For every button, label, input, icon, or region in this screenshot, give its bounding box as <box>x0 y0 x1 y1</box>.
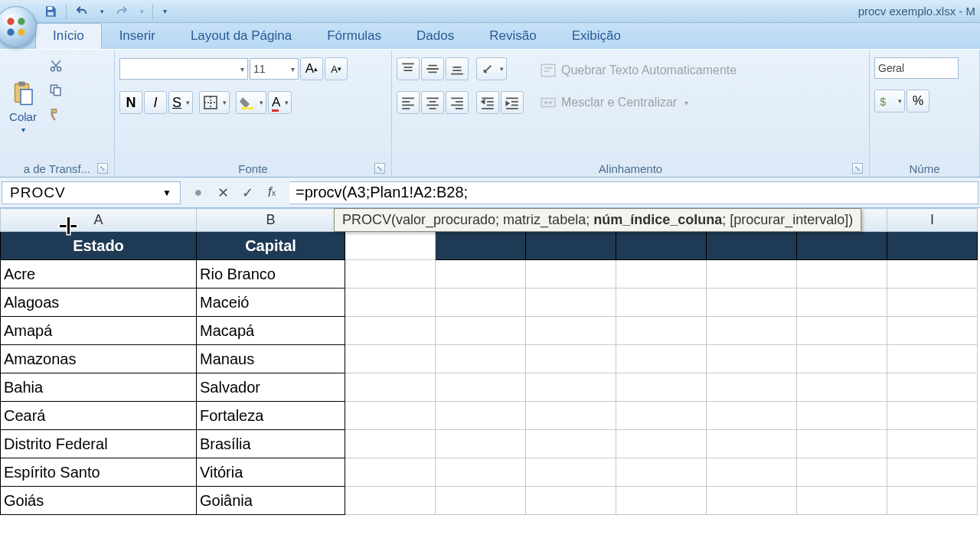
enter-icon[interactable]: ✓ <box>237 183 257 203</box>
tab-exibicao[interactable]: Exibição <box>554 23 639 49</box>
name-box[interactable]: PROCV ▼ <box>2 181 181 204</box>
decrease-indent-button[interactable] <box>476 91 499 114</box>
tab-dados[interactable]: Dados <box>399 23 472 49</box>
orientation-button[interactable] <box>476 57 507 80</box>
paste-button[interactable]: Colar ▾ <box>5 53 41 161</box>
ribbon: Colar ▾ a de Transf...⤡ ▾ 11▾ A▴ A▾ N I … <box>0 49 980 178</box>
col-header-i[interactable]: I <box>887 209 978 232</box>
svg-rect-8 <box>21 90 32 105</box>
increase-indent-button[interactable] <box>501 91 524 114</box>
formula-text: =procv(A3;Plan1!A2:B28; <box>296 184 468 201</box>
group-font: ▾ 11▾ A▴ A▾ N I S A Fonte⤡ <box>115 50 392 177</box>
undo-icon[interactable] <box>73 3 91 20</box>
align-left-button[interactable] <box>397 91 420 114</box>
table-row[interactable]: AmazonasManaus <box>1 345 978 373</box>
launcher-icon[interactable]: ⤡ <box>852 163 863 174</box>
group-number: Geral $ % Núme <box>870 50 980 177</box>
wrap-text-label: Quebrar Texto Automaticamente <box>561 64 737 77</box>
svg-rect-14 <box>241 107 253 109</box>
worksheet-grid[interactable]: A B C D E F G H I Estado Capital AcreRio… <box>0 208 980 551</box>
col-header-b[interactable]: B <box>197 209 345 232</box>
tab-inserir[interactable]: Inserir <box>102 23 173 49</box>
group-alignment-label: Alinhamento⤡ <box>397 161 864 175</box>
tab-formulas[interactable]: Fórmulas <box>309 23 399 49</box>
qat-customize-icon[interactable]: ▾ <box>159 3 170 20</box>
table-row[interactable]: AcreRio Branco <box>1 260 978 289</box>
fx-icon[interactable]: fx <box>262 183 282 203</box>
header-estado[interactable]: Estado <box>1 232 197 260</box>
svg-rect-12 <box>54 88 60 96</box>
font-size-combo[interactable]: 11▾ <box>250 58 299 80</box>
separator <box>152 4 153 19</box>
italic-button[interactable]: I <box>144 91 167 114</box>
group-clipboard-label: a de Transf...⤡ <box>5 161 109 175</box>
table-row[interactable]: Espírito SantoVitória <box>1 458 978 487</box>
undo-dropdown-icon[interactable]: ▾ <box>97 3 106 20</box>
align-top-button[interactable] <box>397 57 420 80</box>
paste-icon <box>9 80 37 108</box>
font-name-combo[interactable]: ▾ <box>119 58 248 80</box>
cancel-icon[interactable]: ✕ <box>213 183 233 203</box>
function-tooltip[interactable]: PROCV(valor_procurado; matriz_tabela; nú… <box>334 208 861 232</box>
number-format-combo[interactable]: Geral <box>874 57 959 79</box>
paste-label: Colar <box>9 110 37 123</box>
cell-cursor-icon <box>60 217 77 234</box>
launcher-icon[interactable]: ⤡ <box>97 163 108 174</box>
format-painter-icon[interactable] <box>46 105 66 125</box>
shrink-font-button[interactable]: A▾ <box>325 57 348 80</box>
tab-revisao[interactable]: Revisão <box>472 23 554 49</box>
formula-input[interactable]: =procv(A3;Plan1!A2:B28; <box>289 181 978 204</box>
cut-icon[interactable] <box>46 56 66 76</box>
wrap-text-button[interactable]: Quebrar Texto Automaticamente <box>531 59 745 82</box>
align-right-button[interactable] <box>446 91 469 114</box>
window-title: procv exemplo.xlsx - M <box>858 5 975 18</box>
ribbon-tabs: Início Inserir Layout da Página Fórmulas… <box>0 23 980 49</box>
align-middle-button[interactable] <box>421 57 444 80</box>
copy-icon[interactable] <box>46 80 66 100</box>
table-row[interactable]: BahiaSalvador <box>1 373 978 402</box>
grow-font-button[interactable]: A▴ <box>300 57 323 80</box>
table-row[interactable]: Distrito FederalBrasília <box>1 430 978 458</box>
merge-center-button[interactable]: Mesclar e Centralizar ▾ <box>531 91 745 114</box>
sheet-table: A B C D E F G H I Estado Capital AcreRio… <box>0 208 978 515</box>
fill-color-button[interactable] <box>236 91 266 114</box>
tab-layout[interactable]: Layout da Página <box>173 23 309 49</box>
align-center-button[interactable] <box>421 91 444 114</box>
launcher-icon[interactable]: ⤡ <box>374 163 385 174</box>
table-row[interactable]: AlagoasMaceió <box>1 289 978 317</box>
cancel-formula-icon[interactable]: ● <box>188 183 208 203</box>
svg-point-2 <box>7 18 14 24</box>
col-header-a[interactable]: A <box>1 209 197 232</box>
tab-inicio[interactable]: Início <box>35 23 102 49</box>
borders-button[interactable] <box>199 91 230 114</box>
table-row[interactable]: AmapáMacapá <box>1 317 978 345</box>
redo-dropdown-icon[interactable]: ▾ <box>137 3 146 20</box>
table-row[interactable]: CearáFortaleza <box>1 402 978 430</box>
redo-icon[interactable] <box>113 3 131 20</box>
office-button[interactable] <box>0 6 37 47</box>
svg-rect-7 <box>18 81 25 86</box>
underline-button[interactable]: S <box>168 91 193 114</box>
table-row[interactable]: GoiásGoiânia <box>1 487 978 515</box>
svg-rect-15 <box>541 64 555 76</box>
chevron-down-icon[interactable]: ▼ <box>162 187 172 198</box>
separator <box>66 4 67 19</box>
align-bottom-button[interactable] <box>446 57 469 80</box>
svg-rect-1 <box>47 11 54 15</box>
save-icon[interactable] <box>41 3 60 20</box>
svg-point-5 <box>18 28 24 35</box>
merge-center-label: Mesclar e Centralizar <box>561 96 677 109</box>
percent-button[interactable]: % <box>906 90 929 112</box>
group-clipboard: Colar ▾ a de Transf...⤡ <box>0 50 115 177</box>
table-header-row[interactable]: Estado Capital <box>1 232 978 260</box>
svg-text:$: $ <box>880 96 886 108</box>
title-bar: ▾ ▾ ▾ procv exemplo.xlsx - M <box>0 0 980 23</box>
currency-button[interactable]: $ <box>874 90 905 112</box>
svg-rect-0 <box>47 7 52 10</box>
group-number-label: Núme <box>874 161 975 175</box>
header-capital[interactable]: Capital <box>197 232 345 260</box>
group-alignment: Quebrar Texto Automaticamente Mesclar e … <box>392 50 870 177</box>
font-color-button[interactable]: A <box>268 91 292 114</box>
bold-button[interactable]: N <box>119 91 142 114</box>
number-format-value: Geral <box>878 62 904 74</box>
